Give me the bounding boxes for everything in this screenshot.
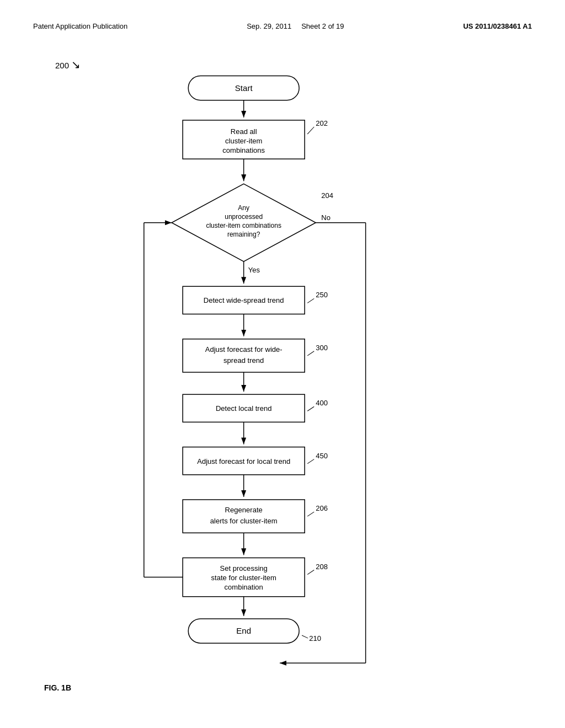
svg-text:state for cluster-item: state for cluster-item bbox=[211, 574, 276, 582]
fig-label: FIG. 1B bbox=[44, 683, 71, 692]
svg-line-24 bbox=[307, 351, 314, 356]
svg-text:Detect local trend: Detect local trend bbox=[216, 404, 272, 413]
svg-text:Read all: Read all bbox=[231, 127, 257, 136]
page: Patent Application Publication Sep. 29, … bbox=[0, 0, 565, 728]
flowchart-svg: Start Read all cluster-item combinations… bbox=[33, 58, 532, 698]
svg-text:cluster-item: cluster-item bbox=[225, 137, 263, 145]
svg-text:spread trend: spread trend bbox=[223, 356, 264, 365]
svg-text:Adjust forecast for wide-: Adjust forecast for wide- bbox=[205, 345, 282, 354]
svg-line-19 bbox=[307, 298, 314, 303]
flowchart-area: 200 ↘ Start Read all cluster-item combin… bbox=[33, 58, 532, 698]
svg-text:End: End bbox=[236, 626, 251, 635]
start-label: Start bbox=[235, 83, 253, 93]
svg-text:cluster-item combinations: cluster-item combinations bbox=[206, 222, 281, 229]
ref-450: 450 bbox=[316, 452, 328, 460]
svg-line-6 bbox=[307, 127, 314, 134]
ref-208: 208 bbox=[316, 563, 328, 571]
header-publication-label: Patent Application Publication bbox=[33, 22, 127, 30]
ref-210: 210 bbox=[309, 634, 321, 643]
svg-line-37 bbox=[307, 512, 314, 516]
header-date: Sep. 29, 2011 bbox=[247, 22, 291, 30]
svg-line-32 bbox=[307, 459, 314, 464]
ref-206: 206 bbox=[316, 504, 328, 512]
svg-text:Set processing: Set processing bbox=[220, 564, 268, 572]
header-patent-number: US 2011/0238461 A1 bbox=[463, 22, 532, 30]
header-date-sheet: Sep. 29, 2011 Sheet 2 of 19 bbox=[247, 22, 344, 30]
yes-label: Yes bbox=[248, 266, 260, 274]
svg-rect-34 bbox=[183, 500, 305, 533]
header: Patent Application Publication Sep. 29, … bbox=[33, 22, 532, 30]
svg-line-43 bbox=[307, 570, 314, 575]
svg-line-50 bbox=[302, 635, 308, 638]
svg-text:alerts for cluster-item: alerts for cluster-item bbox=[210, 517, 278, 525]
svg-text:combinations: combinations bbox=[222, 146, 265, 154]
ref-250: 250 bbox=[316, 291, 328, 299]
svg-line-28 bbox=[307, 406, 314, 411]
svg-text:Adjust forecast for local tren: Adjust forecast for local trend bbox=[197, 457, 290, 465]
header-sheet: Sheet 2 of 19 bbox=[301, 22, 344, 30]
svg-text:remaining?: remaining? bbox=[227, 231, 260, 238]
ref-202: 202 bbox=[316, 119, 328, 127]
svg-text:Detect wide-spread trend: Detect wide-spread trend bbox=[204, 296, 284, 304]
svg-text:Regenerate: Regenerate bbox=[225, 506, 263, 514]
ref-300: 300 bbox=[316, 344, 328, 352]
ref-400: 400 bbox=[316, 399, 328, 407]
svg-rect-21 bbox=[183, 339, 305, 372]
no-label: No bbox=[321, 213, 331, 222]
svg-text:combination: combination bbox=[225, 583, 263, 591]
ref-204: 204 bbox=[321, 191, 333, 200]
svg-text:Any: Any bbox=[238, 204, 249, 212]
svg-text:unprocessed: unprocessed bbox=[225, 213, 263, 221]
